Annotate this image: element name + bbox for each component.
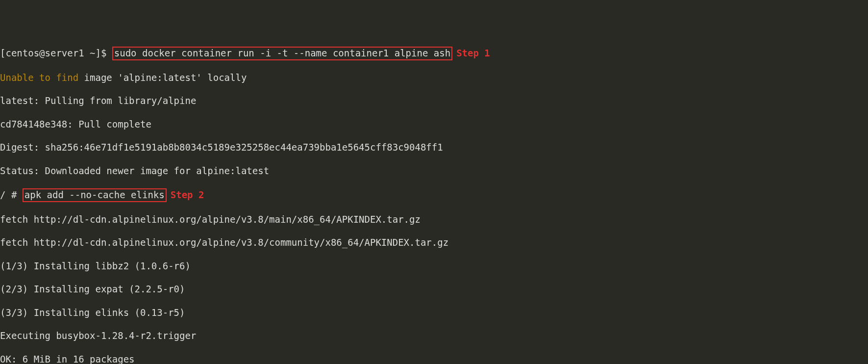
terminal-output: Executing busybox-1.28.4-r2.trigger <box>0 330 868 342</box>
terminal-output: cd784148e348: Pull complete <box>0 119 868 130</box>
container-prompt: / # <box>0 189 23 200</box>
terminal-output: Digest: sha256:46e71df1e5191ab8b8034c518… <box>0 142 868 154</box>
command-2[interactable]: apk add --no-cache elinks <box>25 189 165 200</box>
terminal-line-prompt1: [centos@server1 ~]$ sudo docker containe… <box>0 47 868 60</box>
terminal-output: fetch http://dl-cdn.alpinelinux.org/alpi… <box>0 237 868 249</box>
step1-highlight: sudo docker container run -i -t --name c… <box>112 47 452 60</box>
step2-label: Step 2 <box>171 189 204 200</box>
step2-highlight: apk add --no-cache elinks <box>23 188 167 202</box>
terminal-output: (1/3) Installing libbz2 (1.0.6-r6) <box>0 260 868 272</box>
terminal-output: OK: 6 MiB in 16 packages <box>0 354 868 364</box>
shell-prompt: [centos@server1 ~]$ <box>0 48 112 58</box>
command-1[interactable]: sudo docker container run -i -t --name c… <box>114 48 450 58</box>
step1-label: Step 1 <box>456 48 490 58</box>
warn-text: Unable to find <box>0 72 78 83</box>
terminal-output: fetch http://dl-cdn.alpinelinux.org/alpi… <box>0 214 868 226</box>
terminal-output: latest: Pulling from library/alpine <box>0 95 868 107</box>
terminal-output: Unable to find image 'alpine:latest' loc… <box>0 72 868 84</box>
terminal-output: (2/3) Installing expat (2.2.5-r0) <box>0 284 868 295</box>
terminal-output: Status: Downloaded newer image for alpin… <box>0 165 868 177</box>
terminal-line-prompt2: / # apk add --no-cache elinksStep 2 <box>0 188 868 202</box>
terminal-output: (3/3) Installing elinks (0.13-r5) <box>0 307 868 319</box>
